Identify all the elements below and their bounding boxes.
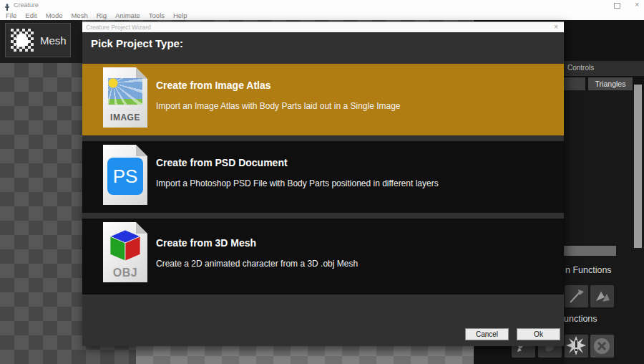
menu-item-mode[interactable]: Mode xyxy=(42,11,67,19)
dialog-body: Pick Project Type: IMAGE Create from Ima… xyxy=(82,32,564,346)
dialog-close-icon[interactable]: × xyxy=(554,23,558,32)
app-logo-icon xyxy=(4,1,11,9)
maximize-icon[interactable] xyxy=(614,3,620,9)
triangles-icon xyxy=(590,285,614,307)
left-toolbar: Mesh xyxy=(0,20,82,63)
menu-item-mesh[interactable]: Mesh xyxy=(67,11,92,19)
ok-button[interactable]: Ok xyxy=(517,328,560,340)
window-close-icon[interactable]: × xyxy=(635,1,639,9)
image-file-icon: IMAGE xyxy=(103,67,147,128)
cancel-button[interactable]: Cancel xyxy=(465,328,509,340)
mesh-button-label: Mesh xyxy=(40,34,67,47)
option-title: Create from Image Atlas xyxy=(156,80,271,91)
workspace: Mesh Controls Triangles n Functions xyxy=(0,20,644,364)
dialog-titlebar[interactable]: Creature Project Wizard × xyxy=(82,22,564,32)
dialog-heading: Pick Project Type: xyxy=(91,37,183,49)
project-wizard-dialog: Creature Project Wizard × Pick Project T… xyxy=(82,21,564,345)
mesh-thumbnail-icon xyxy=(11,29,34,52)
file-badge-label: OBJ xyxy=(103,267,147,279)
triangles-tool-button[interactable] xyxy=(590,285,614,307)
obj-file-icon: OBJ xyxy=(103,222,147,282)
menu-item-file[interactable]: File xyxy=(1,11,21,19)
panel-header: Controls xyxy=(564,61,644,76)
menu-item-edit[interactable]: Edit xyxy=(21,11,41,19)
option-3d-mesh[interactable]: OBJ Create from 3D Mesh Create a 2D anim… xyxy=(82,219,564,294)
folded-corner xyxy=(136,145,147,156)
generation-functions-label: n Functions xyxy=(565,265,612,275)
window-title: Creature xyxy=(14,1,39,9)
menu-item-animate[interactable]: Animate xyxy=(111,11,145,19)
menu-bar: File Edit Mode Mesh Rig Animate Tools He… xyxy=(0,11,644,20)
photoshop-square: PS xyxy=(107,158,143,195)
dialog-title: Creature Project Wizard xyxy=(86,24,151,31)
rgb-cube-icon xyxy=(106,228,145,264)
tab-triangles[interactable]: Triangles xyxy=(588,77,633,90)
delete-tool-button[interactable] xyxy=(590,335,614,358)
file-badge-label: PS xyxy=(113,166,138,188)
folded-corner xyxy=(136,67,147,79)
menu-item-tools[interactable]: Tools xyxy=(145,11,169,19)
value-bar[interactable] xyxy=(564,246,616,256)
option-description: Create a 2D animated character from a 3D… xyxy=(156,259,358,269)
app-window: Creature × File Edit Mode Mesh Rig Anima… xyxy=(0,0,644,364)
burst-exclamation-icon xyxy=(565,335,588,358)
mesh-mode-button[interactable]: Mesh xyxy=(5,23,71,57)
burst-tool-button[interactable] xyxy=(565,335,588,358)
landscape-thumbnail xyxy=(108,78,142,105)
file-badge-label: IMAGE xyxy=(103,112,147,123)
option-title: Create from PSD Document xyxy=(156,157,288,168)
option-description: Import an Image Atlas with Body Parts la… xyxy=(156,101,401,111)
knife-tool-button[interactable] xyxy=(565,285,588,307)
option-description: Import a Photoshop PSD File with Body Pa… xyxy=(156,178,439,188)
option-psd-document[interactable]: PS Create from PSD Document Import a Pho… xyxy=(82,141,564,213)
tab-stub[interactable] xyxy=(564,77,585,90)
window-titlebar: Creature × xyxy=(0,0,644,11)
option-title: Create from 3D Mesh xyxy=(156,237,256,249)
knife-icon xyxy=(565,285,588,307)
menu-item-help[interactable]: Help xyxy=(169,11,192,19)
option-image-atlas[interactable]: IMAGE Create from Image Atlas Import an … xyxy=(82,64,564,135)
psd-file-icon: PS xyxy=(103,145,147,205)
menu-item-rig[interactable]: Rig xyxy=(92,11,111,19)
circle-x-icon xyxy=(590,335,614,358)
scrollbar[interactable] xyxy=(634,85,642,248)
edit-functions-label: unctions xyxy=(564,314,597,324)
